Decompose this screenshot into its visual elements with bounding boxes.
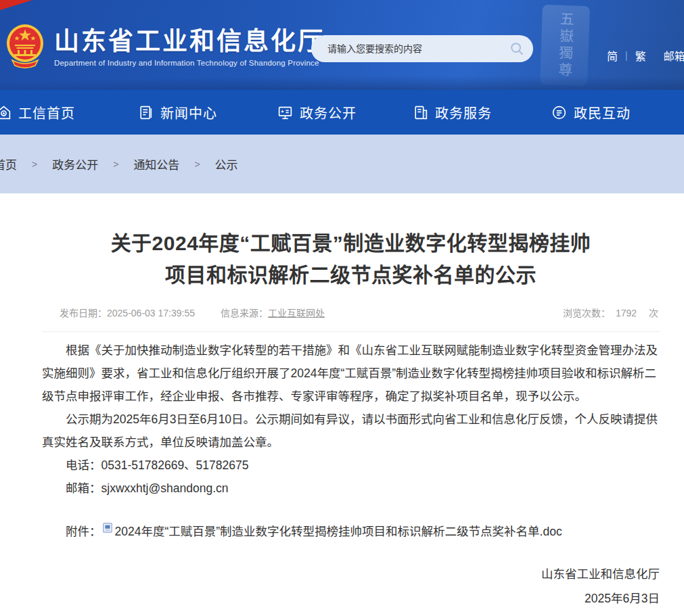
nav-label: 政务公开	[300, 103, 357, 122]
article-meta: 发布日期： 2025-06-03 17:39:55 信息来源： 工业互联网处 浏…	[42, 306, 660, 319]
attachment-link[interactable]: 2024年度“工赋百景”制造业数字化转型揭榜挂帅项目和标识解析二级节点奖补名单.…	[115, 525, 562, 538]
search-box[interactable]	[311, 35, 533, 62]
views-label: 浏览次数：	[563, 308, 610, 318]
doc-file-icon	[103, 523, 112, 533]
breadcrumb-public-notice[interactable]: 公示	[215, 156, 238, 172]
interaction-icon	[551, 104, 568, 121]
news-icon	[137, 104, 154, 121]
service-icon	[412, 104, 429, 121]
site-header: 五嶽獨尊 山东省工业和信息化厅 Department of Industry a…	[0, 0, 684, 90]
breadcrumb-separator: >	[113, 159, 118, 170]
signature-org: 山东省工业和信息化厅	[42, 562, 660, 586]
search-icon[interactable]	[510, 42, 524, 55]
source-label: 信息来源：	[221, 306, 268, 319]
paragraph-1: 根据《关于加快推动制造业数字化转型的若干措施》和《山东省工业互联网赋能制造业数字…	[42, 339, 660, 408]
views-counter: 浏览次数： 1792 次	[563, 306, 658, 319]
nav-label: 新闻中心	[160, 103, 217, 122]
article-title-line2: 项目和标识解析二级节点奖补名单的公示	[42, 259, 660, 291]
views-unit: 次	[649, 308, 658, 318]
language-bar: 简 | 繁 邮箱	[607, 47, 684, 64]
main-nav: 工信首页 新闻中心 政务公开	[0, 90, 684, 135]
nav-item-disclosure[interactable]: 政务公开	[277, 90, 357, 135]
source-value[interactable]: 工业互联网处	[268, 306, 325, 319]
article-title: 关于2024年度“工赋百景”制造业数字化转型揭榜挂帅 项目和标识解析二级节点奖补…	[42, 193, 660, 291]
page: 五嶽獨尊 山东省工业和信息化厅 Department of Industry a…	[0, 0, 684, 616]
lang-separator: |	[625, 50, 628, 61]
breadcrumb-home[interactable]: 首页	[0, 156, 17, 172]
publish-date-value: 2025-06-03 17:39:55	[107, 308, 195, 318]
phone-line: 电话：0531-51782669、51782675	[42, 454, 660, 477]
article-card: 关于2024年度“工赋百景”制造业数字化转型揭榜挂帅 项目和标识解析二级节点奖补…	[0, 193, 684, 616]
home-icon	[0, 104, 12, 121]
signature-block: 山东省工业和信息化厅 2025年6月3日	[42, 562, 660, 611]
lang-traditional-link[interactable]: 繁	[635, 47, 646, 64]
views-value: 1792	[616, 308, 637, 318]
breadcrumb-notices[interactable]: 通知公告	[133, 156, 179, 172]
attachment-line: 附件： 2024年度“工赋百景”制造业数字化转型揭榜挂帅项目和标识解析二级节点奖…	[42, 520, 660, 543]
nav-item-news[interactable]: 新闻中心	[137, 90, 217, 135]
national-emblem-icon	[5, 22, 45, 71]
nav-item-interaction[interactable]: 政民互动	[551, 90, 631, 135]
breadcrumb-separator: >	[194, 159, 200, 170]
signature-date: 2025年6月3日	[42, 586, 660, 611]
site-title: 山东省工业和信息化厅	[54, 28, 325, 55]
paragraph-2: 公示期为2025年6月3日至6月10日。公示期间如有异议，请以书面形式向省工业和…	[42, 408, 660, 454]
nav-label: 工信首页	[18, 103, 75, 122]
nav-label: 政务服务	[435, 103, 492, 122]
site-logo[interactable]: 山东省工业和信息化厅 Department of Industry and In…	[5, 22, 325, 71]
breadcrumb: 首页 > 政务公开 > 通知公告 > 公示	[0, 135, 684, 193]
corner-flag-decoration	[0, 0, 32, 10]
nav-item-home[interactable]: 工信首页	[0, 90, 75, 135]
nav-label: 政民互动	[574, 103, 631, 122]
article-title-line1: 关于2024年度“工赋百景”制造业数字化转型揭榜挂帅	[42, 227, 660, 259]
search-input[interactable]	[327, 43, 510, 54]
article-body: 根据《关于加快推动制造业数字化转型的若干措施》和《山东省工业互联网赋能制造业数字…	[42, 339, 660, 500]
mailbox-link[interactable]: 邮箱	[664, 47, 684, 64]
nav-item-services[interactable]: 政务服务	[412, 90, 492, 135]
email-line: 邮箱：sjxwxxhtj@shandong.cn	[42, 477, 660, 500]
breadcrumb-disclosure[interactable]: 政务公开	[52, 156, 98, 172]
site-subtitle: Department of Industry and Information T…	[54, 59, 325, 67]
breadcrumb-separator: >	[32, 159, 37, 170]
lang-simplified-link[interactable]: 简	[607, 47, 618, 64]
publish-date-label: 发布日期：	[60, 306, 107, 319]
attachment-label: 附件：	[66, 525, 101, 538]
stone-tablet-watermark: 五嶽獨尊	[540, 5, 590, 86]
meta-divider	[42, 331, 660, 332]
disclosure-icon	[277, 104, 294, 121]
